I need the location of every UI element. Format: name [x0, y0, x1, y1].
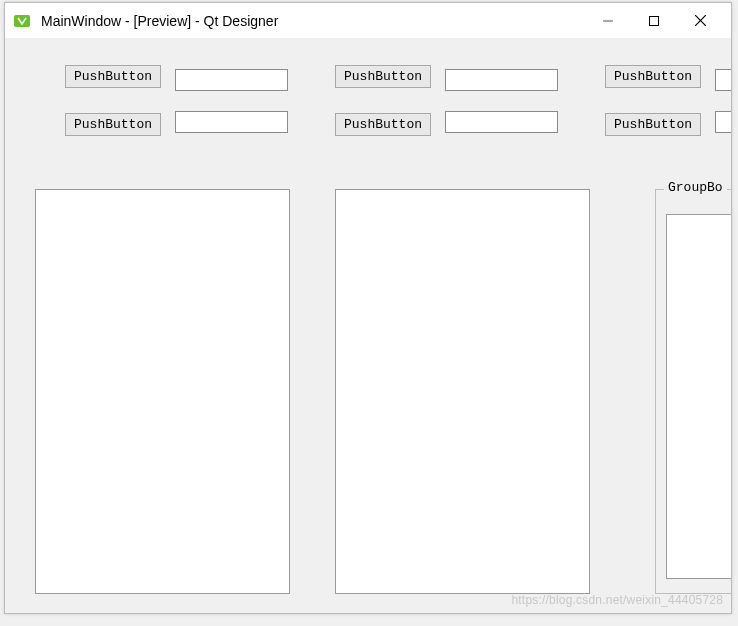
push-button-4[interactable]: PushButton: [65, 113, 161, 136]
line-edit-2[interactable]: [445, 69, 558, 91]
line-edit-5[interactable]: [445, 111, 558, 133]
group-box-title: GroupBo: [664, 180, 727, 195]
window-title: MainWindow - [Preview] - Qt Designer: [41, 13, 278, 29]
titlebar[interactable]: MainWindow - [Preview] - Qt Designer: [5, 3, 731, 39]
push-button-1[interactable]: PushButton: [65, 65, 161, 88]
watermark: https://blog.csdn.net/weixin_44405728: [511, 593, 723, 607]
qt-designer-icon: [13, 12, 31, 30]
push-button-6[interactable]: PushButton: [605, 113, 701, 136]
push-button-3[interactable]: PushButton: [605, 65, 701, 88]
line-edit-4[interactable]: [175, 111, 288, 133]
client-area: PushButton PushButton PushButton PushBut…: [5, 39, 731, 613]
push-button-2[interactable]: PushButton: [335, 65, 431, 88]
svg-rect-2: [650, 16, 659, 25]
main-window: MainWindow - [Preview] - Qt Designer Pus…: [4, 2, 732, 614]
line-edit-6-clipped[interactable]: [715, 111, 731, 133]
close-button[interactable]: [677, 3, 723, 39]
minimize-button[interactable]: [585, 3, 631, 39]
group-box-list[interactable]: [666, 214, 731, 579]
list-widget-2[interactable]: [335, 189, 590, 594]
list-widget-1[interactable]: [35, 189, 290, 594]
push-button-5[interactable]: PushButton: [335, 113, 431, 136]
line-edit-1[interactable]: [175, 69, 288, 91]
line-edit-3-clipped[interactable]: [715, 69, 731, 91]
maximize-button[interactable]: [631, 3, 677, 39]
group-box: GroupBo: [655, 189, 731, 594]
